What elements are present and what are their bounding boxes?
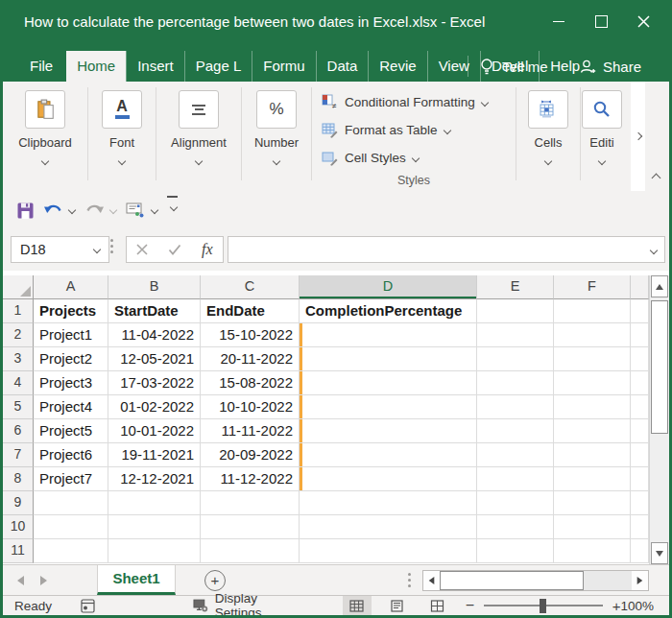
cell-E5[interactable]: [477, 395, 554, 419]
alignment-button[interactable]: [179, 90, 219, 129]
ribbon-group-clipboard[interactable]: Clipboard: [3, 82, 87, 192]
zoom-out-button[interactable]: −: [466, 597, 474, 614]
sheet-tab-sheet1[interactable]: Sheet1: [97, 565, 176, 595]
cell-D5[interactable]: [300, 395, 477, 419]
page-layout-view-button[interactable]: [383, 596, 412, 615]
scroll-down-button[interactable]: [651, 542, 668, 564]
cell-C5[interactable]: 10-10-2022: [201, 395, 300, 419]
cell-C6[interactable]: 11-11-2022: [201, 419, 300, 443]
save-button[interactable]: [12, 196, 38, 225]
cell-C2[interactable]: 15-10-2022: [201, 323, 300, 347]
cell-E1[interactable]: [477, 299, 554, 323]
cell-B4[interactable]: 17-03-2022: [108, 371, 201, 395]
font-button[interactable]: A: [102, 90, 142, 129]
format-as-table-button[interactable]: Format as Table: [322, 116, 512, 144]
cell-D9[interactable]: [300, 491, 477, 515]
row-header-3[interactable]: 3: [3, 347, 34, 371]
cell-F5[interactable]: [554, 395, 631, 419]
formula-input[interactable]: [228, 236, 665, 263]
minimize-button[interactable]: [538, 5, 580, 39]
cell-F7[interactable]: [554, 443, 631, 467]
column-header-partial[interactable]: [631, 275, 649, 299]
tab-home[interactable]: Home: [66, 51, 126, 82]
cell-A8[interactable]: Project7: [34, 467, 108, 491]
cells-button[interactable]: [528, 90, 568, 129]
cell-F10[interactable]: [554, 515, 631, 539]
ribbon-group-editing[interactable]: Editi: [581, 82, 623, 192]
zoom-slider-handle[interactable]: [540, 599, 546, 613]
select-all-corner[interactable]: [3, 275, 34, 299]
cell-E7[interactable]: [477, 443, 554, 467]
cell-B3[interactable]: 12-05-2021: [108, 347, 201, 371]
cell-A9[interactable]: [34, 491, 108, 515]
cell-A7[interactable]: Project6: [34, 443, 108, 467]
row-header-1[interactable]: 1: [3, 299, 34, 323]
ribbon-group-number[interactable]: % Number: [242, 82, 311, 192]
new-sheet-button[interactable]: +: [204, 570, 226, 591]
redo-button[interactable]: [80, 196, 121, 225]
cell-A5[interactable]: Project4: [34, 395, 108, 419]
cell-B2[interactable]: 11-04-2022: [108, 323, 201, 347]
cell-partial-1[interactable]: [631, 299, 649, 323]
cell-styles-button[interactable]: Cell Styles: [322, 144, 512, 172]
cell-partial-4[interactable]: [631, 371, 649, 395]
row-header-6[interactable]: 6: [3, 419, 34, 443]
editing-button[interactable]: [582, 90, 622, 129]
row-header-10[interactable]: 10: [3, 515, 34, 539]
cell-B11[interactable]: [108, 539, 201, 563]
cell-A6[interactable]: Project5: [34, 419, 108, 443]
number-button[interactable]: %: [256, 90, 297, 129]
scroll-left-button[interactable]: [423, 571, 440, 590]
cell-E2[interactable]: [477, 323, 554, 347]
cell-D4[interactable]: [300, 371, 477, 395]
macro-record-button[interactable]: [81, 599, 95, 613]
cell-B1[interactable]: StartDate: [108, 299, 201, 323]
cell-B8[interactable]: 12-12-2021: [108, 467, 201, 491]
ribbon-group-alignment[interactable]: Alignment: [156, 82, 241, 192]
cell-E3[interactable]: [477, 347, 554, 371]
cell-A4[interactable]: Project3: [34, 371, 108, 395]
undo-button[interactable]: [38, 196, 80, 225]
tab-formu[interactable]: Formu: [252, 51, 315, 82]
cell-A3[interactable]: Project2: [34, 347, 108, 371]
vertical-scrollbar[interactable]: [649, 275, 669, 564]
cell-partial-11[interactable]: [631, 539, 649, 563]
cell-E6[interactable]: [477, 419, 554, 443]
cell-partial-3[interactable]: [631, 347, 649, 371]
row-header-7[interactable]: 7: [3, 443, 34, 467]
column-header-C[interactable]: C: [201, 275, 300, 299]
cell-F1[interactable]: [554, 299, 631, 323]
ribbon-group-font[interactable]: A Font: [88, 82, 156, 192]
page-break-view-button[interactable]: [423, 596, 452, 615]
cell-E11[interactable]: [477, 539, 554, 563]
insert-function-button[interactable]: fx: [202, 241, 213, 258]
normal-view-button[interactable]: [343, 596, 372, 615]
cell-partial-5[interactable]: [631, 395, 649, 419]
cell-A1[interactable]: Projects: [34, 299, 108, 323]
cell-D10[interactable]: [300, 515, 477, 539]
cell-C9[interactable]: [201, 491, 300, 515]
close-button[interactable]: [622, 5, 664, 39]
tab-page-l[interactable]: Page L: [184, 51, 252, 82]
cell-F4[interactable]: [554, 371, 631, 395]
column-header-F[interactable]: F: [554, 275, 631, 299]
cell-E8[interactable]: [477, 467, 554, 491]
cell-C4[interactable]: 15-08-2022: [201, 371, 300, 395]
cell-partial-7[interactable]: [631, 443, 649, 467]
share-button[interactable]: Share: [579, 51, 641, 82]
cell-C1[interactable]: EndDate: [201, 299, 300, 323]
next-sheet-button[interactable]: [32, 569, 55, 592]
row-header-2[interactable]: 2: [3, 323, 34, 347]
tab-file[interactable]: File: [16, 51, 66, 82]
cell-D11[interactable]: [300, 539, 477, 563]
ribbon-overflow-strip[interactable]: [631, 82, 645, 191]
tab-data[interactable]: Data: [316, 51, 369, 82]
enter-icon[interactable]: [168, 244, 181, 255]
cell-C8[interactable]: 11-12-2022: [201, 467, 300, 491]
column-header-B[interactable]: B: [108, 275, 201, 299]
maximize-button[interactable]: [580, 5, 622, 39]
cell-F9[interactable]: [554, 491, 631, 515]
scroll-up-button[interactable]: [651, 275, 668, 297]
tab-revie[interactable]: Revie: [368, 51, 426, 82]
zoom-level[interactable]: 100%: [620, 599, 654, 613]
